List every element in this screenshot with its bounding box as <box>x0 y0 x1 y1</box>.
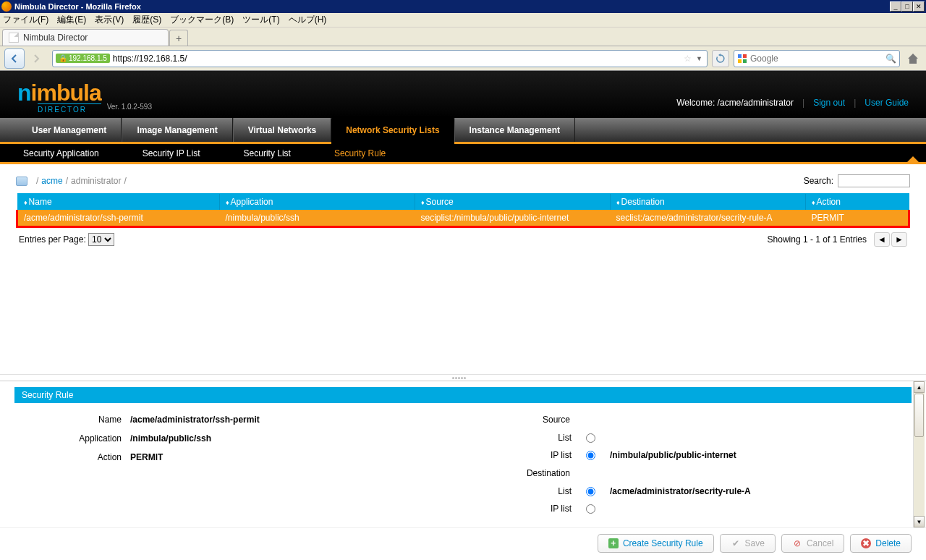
pager-next-button[interactable]: ► <box>891 232 907 247</box>
menu-file[interactable]: ファイル(F) <box>3 14 48 26</box>
firefox-icon <box>1 1 12 12</box>
nimbula-logo: nimbula <box>17 80 101 106</box>
create-security-rule-button[interactable]: + Create Security Rule <box>598 534 714 553</box>
sort-icon: ♦ <box>226 199 229 206</box>
cancel-icon: ⊘ <box>792 538 802 548</box>
browser-menubar: ファイル(F) 編集(E) 表示(V) 履歴(S) ブックマーク(B) ツール(… <box>0 13 926 27</box>
menu-history[interactable]: 履歴(S) <box>132 14 161 26</box>
cell-app: /nimbula/public/ssh <box>220 210 415 227</box>
detail-dst-list-value: /acme/administrator/secrity-rule-A <box>610 486 751 496</box>
save-icon: ✔ <box>731 538 741 548</box>
reload-button[interactable] <box>712 50 729 67</box>
nav-instance-management[interactable]: Instance Management <box>454 118 575 142</box>
detail-src-iplist-radio[interactable] <box>586 451 595 460</box>
breadcrumb: / acme / administrator / Search: <box>16 170 910 192</box>
splitter-handle[interactable] <box>0 374 926 381</box>
search-icon[interactable]: 🔍 <box>885 54 896 64</box>
svg-rect-3 <box>743 59 747 63</box>
scroll-thumb[interactable] <box>914 394 924 437</box>
breadcrumb-acme[interactable]: acme <box>41 176 62 186</box>
menu-bookmarks[interactable]: ブックマーク(B) <box>170 14 234 26</box>
browser-navbar: 🔒 192.168.1.5 ☆ ▼ 🔍 <box>0 46 926 71</box>
breadcrumb-search-input[interactable] <box>838 174 910 187</box>
minimize-button[interactable]: _ <box>890 1 901 12</box>
menu-edit[interactable]: 編集(E) <box>57 14 86 26</box>
subnav-security-iplist[interactable]: Security IP List <box>143 148 200 158</box>
nav-image-management[interactable]: Image Management <box>122 118 232 142</box>
app-header: nimbula DIRECTOR Ver. 1.0.2-593 Welcome:… <box>0 71 926 118</box>
detail-source-label: Source <box>463 415 579 425</box>
sub-nav: Security Application Security IP List Se… <box>0 144 926 164</box>
detail-src-list-label: List <box>463 433 586 443</box>
signout-link[interactable]: Sign out <box>813 98 845 108</box>
vertical-scrollbar[interactable]: ▲ ▼ <box>913 381 925 527</box>
subnav-security-rule[interactable]: Security Rule <box>334 148 386 158</box>
scroll-down-icon[interactable]: ▼ <box>914 516 925 527</box>
detail-action-label: Action <box>14 452 130 462</box>
pager: Entries per Page: 10 Showing 1 - 1 of 1 … <box>16 228 910 251</box>
new-tab-button[interactable]: + <box>169 30 188 46</box>
col-application[interactable]: ♦Application <box>220 193 415 211</box>
detail-panel-title: Security Rule <box>14 387 912 403</box>
detail-app-value: /nimbula/public/ssh <box>130 433 211 444</box>
col-destination[interactable]: ♦Destination <box>611 193 806 211</box>
subnav-expand-icon[interactable] <box>907 156 919 162</box>
menu-tools[interactable]: ツール(T) <box>242 14 279 26</box>
close-button[interactable]: ✕ <box>913 1 925 12</box>
detail-dst-iplist-label: IP list <box>463 504 586 514</box>
pager-prev-button[interactable]: ◄ <box>874 232 890 247</box>
detail-src-iplist-label: IP list <box>463 450 586 460</box>
page-content: nimbula DIRECTOR Ver. 1.0.2-593 Welcome:… <box>0 71 926 560</box>
search-box[interactable]: 🔍 <box>734 50 900 67</box>
sort-icon: ♦ <box>421 199 425 206</box>
cell-dst: seclist:/acme/administrator/secrity-rule… <box>611 210 806 227</box>
subnav-security-application[interactable]: Security Application <box>23 148 99 158</box>
url-input[interactable] <box>113 54 681 64</box>
welcome-label: Welcome: /acme/administrator <box>676 98 794 108</box>
col-action[interactable]: ♦Action <box>806 193 909 211</box>
cell-name: /acme/administrator/ssh-permit <box>17 210 220 227</box>
button-bar: + Create Security Rule ✔ Save ⊘ Cancel ✖… <box>0 527 926 560</box>
maximize-button[interactable]: □ <box>901 1 913 12</box>
window-title: Nimbula Director - Mozilla Firefox <box>14 2 890 11</box>
tab-title: Nimbula Director <box>23 33 88 43</box>
detail-dest-label: Destination <box>463 468 579 478</box>
back-button[interactable] <box>4 48 25 69</box>
nav-network-security-lists[interactable]: Network Security Lists <box>331 116 454 144</box>
pager-label: Entries per Page: <box>19 234 86 245</box>
forward-button[interactable] <box>26 48 46 69</box>
detail-dst-iplist-radio[interactable] <box>586 504 595 514</box>
delete-icon: ✖ <box>861 538 871 548</box>
home-button[interactable] <box>904 50 922 67</box>
cancel-button[interactable]: ⊘ Cancel <box>781 534 844 553</box>
delete-button[interactable]: ✖ Delete <box>850 534 912 553</box>
ssl-host: 192.168.1.5 <box>69 54 107 62</box>
nav-virtual-networks[interactable]: Virtual Networks <box>233 118 331 142</box>
col-name[interactable]: ♦Name <box>17 193 220 211</box>
nav-user-management[interactable]: User Management <box>17 118 122 142</box>
url-dropdown-icon[interactable]: ▼ <box>696 55 702 62</box>
lock-icon: 🔒 <box>59 54 67 62</box>
subnav-security-list[interactable]: Security List <box>244 148 291 158</box>
detail-src-list-radio[interactable] <box>586 433 595 443</box>
save-button[interactable]: ✔ Save <box>720 534 776 553</box>
menu-help[interactable]: ヘルプ(H) <box>289 14 327 26</box>
table-row[interactable]: /acme/administrator/ssh-permit /nimbula/… <box>17 210 909 227</box>
scroll-up-icon[interactable]: ▲ <box>914 381 925 393</box>
col-source[interactable]: ♦Source <box>415 193 611 211</box>
userguide-link[interactable]: User Guide <box>865 98 909 108</box>
bookmark-star-icon[interactable]: ☆ <box>684 54 692 64</box>
cell-src: seciplist:/nimbula/public/public-interne… <box>415 210 611 227</box>
sort-icon: ♦ <box>24 199 27 206</box>
plus-icon: + <box>608 538 619 548</box>
svg-rect-2 <box>738 59 742 63</box>
svg-rect-0 <box>738 54 742 58</box>
version-label: Ver. 1.0.2-593 <box>107 103 152 111</box>
search-input[interactable] <box>750 54 885 64</box>
browser-tab[interactable]: Nimbula Director <box>2 29 169 46</box>
detail-dst-list-radio[interactable] <box>586 487 595 496</box>
detail-name-value: /acme/administrator/ssh-permit <box>130 415 260 425</box>
pager-select[interactable]: 10 <box>88 233 114 246</box>
url-box[interactable]: 🔒 192.168.1.5 ☆ ▼ <box>52 50 708 67</box>
menu-view[interactable]: 表示(V) <box>95 14 124 26</box>
